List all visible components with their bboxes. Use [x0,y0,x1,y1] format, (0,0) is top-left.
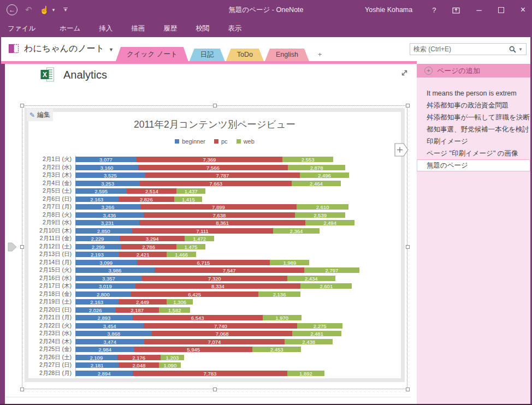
category-label: 2月6日 (日) [28,195,75,203]
undo-icon[interactable]: ↶ [25,5,32,15]
window-title: 無題のページ - OneNote [228,0,303,20]
category-label: 2月25日 (金) [28,346,75,353]
bar-segment-pc: 6,715 [137,260,270,265]
bar-track: 3,4747,0742,438 [75,339,333,344]
bar-track: 2,2992,7861,475 [75,244,205,249]
selection-handle[interactable] [20,245,24,249]
search-input[interactable] [410,45,509,53]
bar-track: 2,1092,1761,203 [75,355,184,360]
selection-handle[interactable] [20,388,24,391]
add-page-icon: + [424,67,433,75]
ribbon-display-options-icon[interactable] [452,7,460,14]
bar-segment-web: 1,415 [174,196,202,202]
bar-segment-web: 1,970 [263,315,302,320]
search-scope-caret-icon[interactable]: ▼ [518,47,523,52]
bar-segment-web: 2,434 [287,276,335,281]
bar-segment-web: 2,878 [288,165,345,170]
notebook-selector[interactable]: わにちゃんのノート ▼ [8,43,114,55]
minimize-button[interactable]: ─ [476,6,481,14]
selection-handle[interactable] [406,245,410,249]
page-list-item[interactable]: 舛添都知事の政治資金問題 [417,99,530,111]
selection-handle[interactable] [213,104,217,108]
expand-diagonal-icon[interactable] [400,69,409,77]
bar-segment-web: 2,481 [292,331,341,336]
section-tab[interactable]: クイック ノート [116,47,188,61]
account-name[interactable]: Yoshie Kohama [365,6,412,14]
search-box[interactable]: ▼ [410,43,527,55]
bar-segment-pc: 7,638 [144,212,295,218]
bar-segment-web: 1,472 [185,236,214,241]
embed-title[interactable]: Analytics [63,69,107,81]
bar-track: 3,0198,3342,601 [75,283,352,289]
category-label: 2月5日 (土) [28,187,75,195]
category-label: 2月12日 (土) [28,243,75,251]
bar-track: 3,4367,6382,539 [75,212,345,218]
back-icon[interactable]: ← [7,4,17,15]
maximize-button[interactable] [498,7,504,13]
bar-segment-pc: 2,187 [116,307,159,313]
customize-toolbar-icon[interactable]: ▼ [63,8,68,12]
section-tab[interactable]: English [265,49,309,61]
add-page-button[interactable]: + ページの追加 [417,64,530,78]
section-tab[interactable]: ToDo [226,49,264,61]
titlebar: ← ↶ ☝ ▼ ▼ 無題のページ - OneNote Yoshie Kohama… [0,0,532,20]
bar-segment-web: 1,306 [167,299,192,305]
chart-row: 2月20日 (日)2,0262,1871,582 [28,306,401,314]
close-button[interactable]: × [521,5,525,15]
chart-row: 2月8日 (火)3,4367,6382,539 [28,211,401,219]
bar-segment-beginner: 3,266 [75,204,140,210]
ribbon-tab-校閲[interactable]: 校閲 [196,24,209,33]
edit-button[interactable]: ✎ 編集 [27,109,53,121]
page-list-item[interactable]: It means the person is extrem [417,87,530,99]
bar-track: 2,2293,2941,472 [75,236,214,241]
selection-handle[interactable] [20,104,24,108]
chart-row: 2月12日 (土)2,2992,7861,475 [28,243,401,251]
bar-segment-pc: 8,361 [139,220,305,225]
page-list-item[interactable]: ページ "印刷イメージ" の画像 [417,147,530,159]
bar-track: 2,9845,9452,453 [75,347,301,352]
bar-track: 3,5257,7872,496 [75,172,349,178]
page-list-item[interactable]: 舛添都知事が一転して辞職を決断し [417,111,530,123]
page-canvas[interactable]: X Analytics 2011年2月コンテンツ別ページビュー [0,64,417,404]
page-list-item[interactable]: 無題のページ [417,159,530,171]
ribbon-tab-描画[interactable]: 描画 [131,24,145,33]
search-icon[interactable] [509,46,516,53]
touch-mode-button[interactable]: ☝ ▼ [40,5,56,14]
selection-handle[interactable] [406,388,410,391]
svg-text:X: X [43,71,47,79]
bar-segment-beginner: 3,077 [75,157,137,162]
page-list-item[interactable]: 印刷イメージ [417,135,530,147]
category-label: 2月23日 (水) [28,330,75,337]
selection-handle[interactable] [406,104,410,108]
bar-track: 2,1632,4491,306 [75,299,193,305]
category-label: 2月16日 (水) [28,275,75,282]
section-tab[interactable]: 日記 [190,49,225,61]
chevron-down-icon: ▼ [51,8,56,13]
ribbon-tab-挿入[interactable]: 挿入 [99,24,113,33]
ribbon-tab-履歴[interactable]: 履歴 [163,24,177,33]
category-label: 2月21日 (月) [28,314,75,321]
ribbon-tab-ホーム[interactable]: ホーム [60,24,80,33]
bar-segment-beginner: 3,525 [75,172,145,178]
bar-track: 3,2667,8992,610 [75,204,348,210]
bar-segment-pc: 7,783 [133,371,287,376]
insert-handle-icon[interactable] [394,143,409,157]
chart-row: 2月14日 (月)3,0996,7151,989 [28,259,401,267]
bar-segment-beginner: 2,800 [75,291,131,297]
bar-segment-beginner: 2,163 [75,196,119,202]
embedded-chart-image[interactable]: 2011年2月コンテンツ別ページビュー beginnerpcweb 2月1日 (… [25,108,405,382]
help-button[interactable]: ? [432,6,436,14]
ribbon-tab-表示[interactable]: 表示 [228,24,241,33]
chart-row: 2月7日 (月)3,2667,8992,610 [28,203,401,211]
section-tab[interactable]: + [310,49,329,61]
bar-segment-pc: 8,334 [135,283,301,289]
window-left-border [0,64,5,404]
expand-page-tabs-arrow[interactable] [8,242,17,252]
selection-handle[interactable] [213,388,217,391]
page-list-item[interactable]: 都知事選、野党候補一本化を検討 [417,123,530,135]
ribbon-tab-ファイル[interactable]: ファイル [8,24,36,33]
bar-segment-beginner: 2,193 [75,252,119,257]
category-label: 2月3日 (木) [28,171,75,179]
category-label: 2月13日 (日) [28,251,75,258]
bar-segment-beginner: 3,160 [75,165,138,170]
